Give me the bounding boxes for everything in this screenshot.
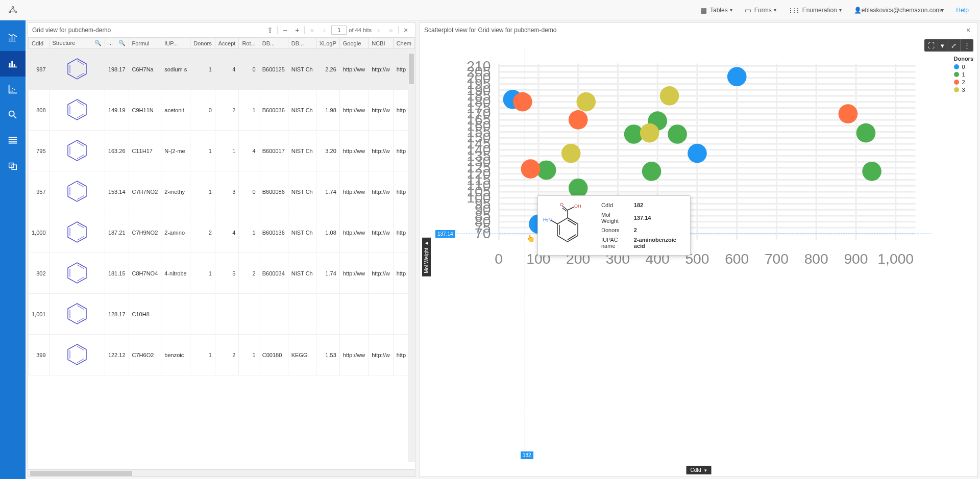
search-icon[interactable]: 🔍 <box>118 40 126 46</box>
column-header[interactable]: Chem <box>393 38 414 49</box>
table-row[interactable]: 1,000187.21C7H9NO22-amino241B600136NIST … <box>29 212 415 253</box>
grid-scroll-area[interactable]: CdIdStructure🔍...🔍FormulIUP...DonorsAcce… <box>28 37 415 469</box>
svg-text:800: 800 <box>804 250 828 267</box>
data-point[interactable] <box>727 67 747 86</box>
close-icon[interactable]: × <box>963 25 973 35</box>
svg-text:1,000: 1,000 <box>877 250 914 267</box>
more-tool-icon[interactable]: ⋮ <box>960 39 973 52</box>
tooltip-value: 2 <box>632 226 685 234</box>
rail-chart-icon[interactable] <box>0 51 26 77</box>
first-page-icon[interactable]: « <box>307 25 317 35</box>
last-page-icon[interactable]: » <box>386 25 396 35</box>
select-tool-dropdown[interactable]: ▾ <box>938 39 947 52</box>
data-point[interactable] <box>862 162 881 181</box>
data-point[interactable] <box>839 104 858 123</box>
vertical-scrollbar[interactable] <box>408 52 415 462</box>
column-header[interactable]: CdId <box>29 38 50 49</box>
column-header[interactable]: NCBI <box>369 38 393 49</box>
horizontal-scrollbar[interactable] <box>28 469 415 476</box>
scatter-pane-header: Scatterplot view for Grid view for pubch… <box>420 23 977 37</box>
rail-list-icon[interactable] <box>0 128 26 153</box>
column-header[interactable]: XLogP <box>316 38 339 49</box>
column-header[interactable]: Structure🔍 <box>49 38 105 49</box>
x-axis-selector[interactable]: CdId ▾ <box>687 466 712 474</box>
data-point[interactable] <box>576 92 596 112</box>
data-point[interactable] <box>668 124 687 144</box>
data-point[interactable] <box>660 86 679 106</box>
data-point[interactable] <box>642 162 662 181</box>
legend-item[interactable]: 2 <box>954 79 974 85</box>
select-tool-icon[interactable]: ⛶ <box>924 39 938 52</box>
data-point[interactable] <box>640 123 659 143</box>
column-header[interactable]: Google <box>339 38 368 49</box>
cell: 0 <box>239 171 259 212</box>
share-icon[interactable]: ⇪ <box>265 25 275 35</box>
enumeration-menu[interactable]: ⫶⫶⫶ Enumeration ▾ <box>782 6 848 14</box>
svg-text:0: 0 <box>495 250 503 267</box>
rail-search-icon[interactable] <box>0 102 26 128</box>
cell: 2 <box>190 212 215 253</box>
cell <box>49 90 105 131</box>
next-page-icon[interactable]: › <box>374 25 384 35</box>
cell: 122.12 <box>105 335 129 375</box>
search-icon[interactable]: 🔍 <box>94 40 102 46</box>
data-point[interactable] <box>569 179 588 198</box>
table-row[interactable]: 1,001128.17C10H8 <box>29 294 415 335</box>
legend-label: 0 <box>962 64 965 70</box>
data-point[interactable] <box>561 144 581 163</box>
svg-line-34 <box>77 306 84 310</box>
svg-rect-6 <box>9 163 14 168</box>
column-header[interactable]: DB... <box>259 38 288 49</box>
column-header[interactable]: Donors <box>190 38 215 49</box>
cell: B600136 <box>259 212 288 253</box>
table-row[interactable]: 399122.12C7H6O2benzoic121C00180KEGG1.53h… <box>29 335 415 375</box>
column-header[interactable]: Formul <box>129 38 161 49</box>
fit-tool-icon[interactable]: ⤢ <box>947 39 960 52</box>
data-point[interactable] <box>856 123 876 143</box>
page-number-input[interactable] <box>331 26 347 35</box>
table-row[interactable]: 957153.14C7H7NO22-methy130B600086NIST Ch… <box>29 171 415 212</box>
prev-page-icon[interactable]: ‹ <box>319 25 329 35</box>
cell: 1 <box>239 212 259 253</box>
y-axis-selector[interactable]: Mol Weight ► <box>422 238 431 276</box>
forms-menu[interactable]: ▭ Forms ▾ <box>739 6 782 14</box>
scatter-title: Scatterplot view for Grid view for pubch… <box>424 27 556 34</box>
zoom-in-icon[interactable]: + <box>292 25 302 35</box>
scatter-plot[interactable]: 7075808590951001051101151201251301351401… <box>451 47 932 288</box>
legend-item[interactable]: 1 <box>954 71 974 78</box>
cell: 163.26 <box>105 131 129 171</box>
table-row[interactable]: 802181.15C8H7NO44-nitrobe152B600034NIST … <box>29 253 415 294</box>
rail-dashboard-icon[interactable] <box>0 26 26 51</box>
data-point[interactable] <box>513 92 532 112</box>
data-point[interactable] <box>521 159 541 179</box>
tables-menu[interactable]: ▦ Tables ▾ <box>694 6 739 14</box>
rail-venn-icon[interactable] <box>0 153 26 179</box>
data-point[interactable] <box>688 144 707 163</box>
svg-point-2 <box>15 11 16 12</box>
column-header[interactable]: Accept <box>215 38 239 49</box>
cell: 1,001 <box>29 294 50 335</box>
column-header[interactable]: ...🔍 <box>105 38 129 49</box>
cell: C7H6O2 <box>129 335 161 375</box>
zoom-out-icon[interactable]: − <box>280 25 290 35</box>
table-row[interactable]: 987198.17C6H7Nasodium s140B600125NIST Ch… <box>29 49 415 90</box>
column-header[interactable]: Rot... <box>239 38 259 49</box>
data-point[interactable] <box>569 110 588 130</box>
table-row[interactable]: 795163.26C11H17N-(2-me114B600017NIST Ch3… <box>29 131 415 171</box>
cell: 1 <box>239 335 259 375</box>
legend-item[interactable]: 0 <box>954 64 974 70</box>
user-menu[interactable]: 👤 eblaskovics@chemaxon.com ▾ <box>848 7 950 14</box>
help-link[interactable]: Help <box>950 7 975 14</box>
cell: C10H8 <box>129 294 161 335</box>
legend-item[interactable]: 3 <box>954 87 974 93</box>
cell <box>49 212 105 253</box>
column-header[interactable]: DB... <box>288 38 316 49</box>
plot-area[interactable]: Mol Weight ► 707580859095100105110115120… <box>420 37 977 476</box>
cell: C11H17 <box>129 131 161 171</box>
column-header[interactable]: IUP... <box>161 38 190 49</box>
caret-down-icon: ▾ <box>839 7 842 13</box>
close-icon[interactable]: × <box>401 25 411 35</box>
cell <box>369 294 393 335</box>
rail-scatter-icon[interactable] <box>0 77 26 102</box>
table-row[interactable]: 808149.19C9H11Nacetonit021B600036NIST Ch… <box>29 90 415 131</box>
